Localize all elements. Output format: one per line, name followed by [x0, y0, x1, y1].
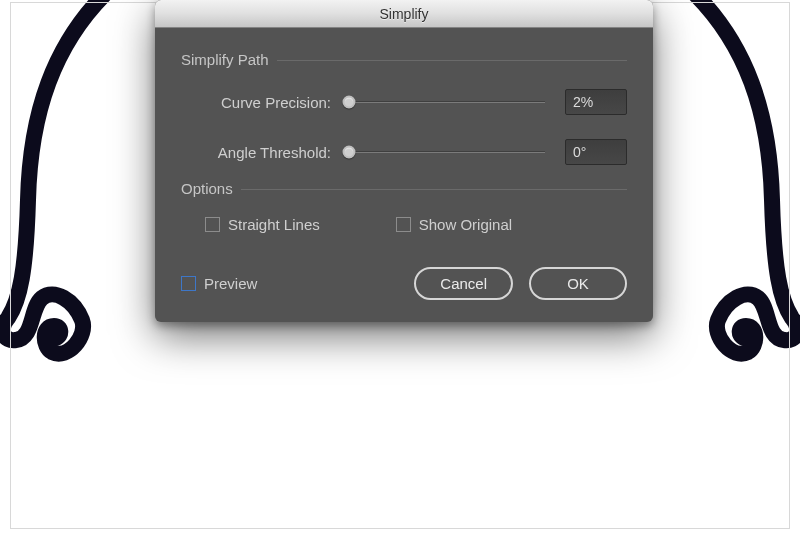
checkbox-box: [205, 217, 220, 232]
label-angle-threshold: Angle Threshold:: [181, 144, 337, 161]
slider-track: [349, 151, 545, 153]
input-angle-threshold[interactable]: 0°: [565, 139, 627, 165]
ok-button[interactable]: OK: [529, 267, 627, 300]
dialog-body: Simplify Path Curve Precision: 2% Angle …: [155, 28, 653, 322]
checkbox-box: [181, 276, 196, 291]
section-title-simplify-path: Simplify Path: [177, 51, 277, 68]
dialog-title: Simplify: [379, 6, 428, 22]
section-title-options: Options: [177, 180, 241, 197]
section-options: Options Straight Lines Show Original: [181, 189, 627, 233]
checkbox-show-original[interactable]: Show Original: [396, 216, 512, 233]
slider-thumb[interactable]: [343, 146, 356, 159]
slider-track: [349, 101, 545, 103]
checkbox-straight-lines[interactable]: Straight Lines: [205, 216, 320, 233]
slider-angle-threshold[interactable]: [337, 143, 557, 161]
input-curve-precision[interactable]: 2%: [565, 89, 627, 115]
label-curve-precision: Curve Precision:: [181, 94, 337, 111]
checkbox-label: Show Original: [419, 216, 512, 233]
checkbox-box: [396, 217, 411, 232]
simplify-dialog: Simplify Simplify Path Curve Precision: …: [155, 0, 653, 322]
checkbox-label: Preview: [204, 275, 257, 292]
options-row: Straight Lines Show Original: [205, 216, 627, 233]
row-angle-threshold: Angle Threshold: 0°: [181, 139, 627, 165]
slider-curve-precision[interactable]: [337, 93, 557, 111]
slider-thumb[interactable]: [343, 96, 356, 109]
dialog-footer: Preview Cancel OK: [175, 253, 633, 300]
cancel-button[interactable]: Cancel: [414, 267, 513, 300]
dialog-titlebar[interactable]: Simplify: [155, 0, 653, 28]
checkbox-preview[interactable]: Preview: [181, 275, 257, 292]
checkbox-label: Straight Lines: [228, 216, 320, 233]
section-simplify-path: Simplify Path Curve Precision: 2% Angle …: [181, 60, 627, 165]
row-curve-precision: Curve Precision: 2%: [181, 89, 627, 115]
